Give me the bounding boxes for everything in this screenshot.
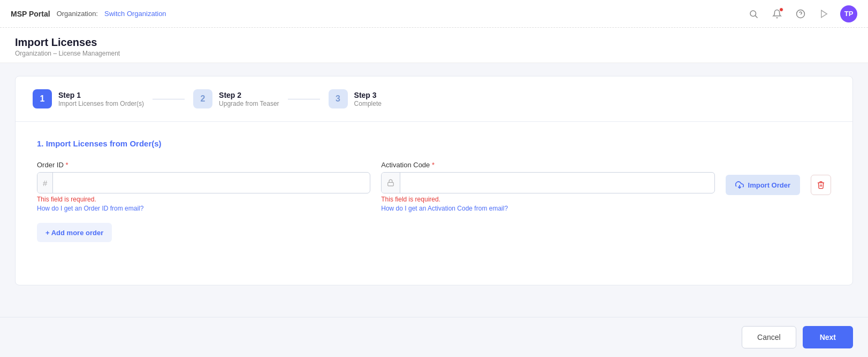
activation-code-input-wrapper [381, 172, 714, 193]
activation-code-field-group: Activation Code * This field is required… [381, 161, 714, 212]
order-id-label: Order ID * [37, 161, 370, 169]
add-more-order-button[interactable]: + Add more order [37, 223, 112, 242]
step-sublabel-1: Import Licenses from Order(s) [58, 100, 144, 107]
order-id-field-group: Order ID * # This field is required. How… [37, 161, 370, 212]
search-icon[interactable] [746, 6, 761, 21]
page-header: Import Licenses Organization – License M… [0, 28, 868, 63]
breadcrumb-sep: – [53, 50, 58, 57]
activation-code-help-link[interactable]: How do I get an Activation Code from ema… [381, 205, 714, 212]
notification-dot [779, 7, 783, 12]
step-badge-1: 1 [33, 89, 52, 108]
breadcrumb: Organization – License Management [15, 50, 853, 57]
activation-code-required: * [432, 161, 435, 169]
main-content: 1 Step 1 Import Licenses from Order(s) 2… [0, 63, 868, 298]
step-item-3: 3 Step 3 Complete [329, 89, 382, 108]
order-id-input[interactable] [53, 173, 370, 193]
avatar[interactable]: TP [840, 5, 857, 22]
step-item-2: 2 Step 2 Upgrade from Teaser [193, 89, 279, 108]
delete-order-button[interactable] [811, 175, 831, 195]
activation-code-input[interactable] [400, 173, 714, 193]
step-text-1: Step 1 Import Licenses from Order(s) [58, 91, 144, 107]
org-label: Organization: [57, 10, 98, 18]
order-id-input-wrapper: # [37, 172, 370, 193]
svg-rect-5 [388, 182, 394, 185]
steps-bar: 1 Step 1 Import Licenses from Order(s) 2… [16, 76, 852, 122]
form-area: 1. Import Licenses from Order(s) Order I… [16, 122, 852, 285]
step-separator-2 [288, 99, 320, 99]
step-sublabel-2: Upgrade from Teaser [219, 100, 279, 107]
svg-marker-4 [821, 10, 827, 18]
order-id-required: * [65, 161, 68, 169]
breadcrumb-org: Organization [15, 50, 51, 57]
step-label-2: Step 2 [219, 91, 279, 99]
activation-code-label: Activation Code * [381, 161, 714, 169]
import-order-button[interactable]: Import Order [726, 175, 800, 195]
play-icon[interactable] [817, 6, 832, 21]
order-row: Order ID * # This field is required. How… [37, 161, 831, 212]
step-text-3: Step 3 Complete [354, 91, 382, 107]
step-label-1: Step 1 [58, 91, 144, 99]
notification-icon[interactable] [770, 6, 785, 21]
step-badge-3: 3 [329, 89, 348, 108]
form-section-title: 1. Import Licenses from Order(s) [37, 139, 831, 148]
help-icon[interactable] [793, 6, 808, 21]
step-text-2: Step 2 Upgrade from Teaser [219, 91, 279, 107]
step-sublabel-3: Complete [354, 100, 382, 107]
portal-label: MSP Portal [11, 10, 50, 18]
page-title: Import Licenses [15, 36, 853, 49]
step-badge-2: 2 [193, 89, 212, 108]
breadcrumb-section: License Management [58, 50, 120, 57]
topnav-left: MSP Portal Organization: Switch Organiza… [11, 10, 166, 18]
step-separator-1 [153, 99, 185, 99]
step-label-3: Step 3 [354, 91, 382, 99]
order-id-help-link[interactable]: How do I get an Order ID from email? [37, 205, 370, 212]
topnav-right: TP [746, 5, 857, 22]
top-navigation: MSP Portal Organization: Switch Organiza… [0, 0, 868, 28]
order-id-error: This field is required. [37, 196, 370, 203]
svg-point-0 [750, 11, 756, 17]
svg-line-1 [755, 15, 757, 18]
activation-code-prefix [382, 173, 400, 193]
wizard-card: 1 Step 1 Import Licenses from Order(s) 2… [15, 76, 853, 285]
activation-code-error: This field is required. [381, 196, 714, 203]
step-item-1: 1 Step 1 Import Licenses from Order(s) [33, 89, 144, 108]
order-id-prefix: # [37, 173, 53, 193]
switch-org-link[interactable]: Switch Organization [104, 10, 166, 18]
